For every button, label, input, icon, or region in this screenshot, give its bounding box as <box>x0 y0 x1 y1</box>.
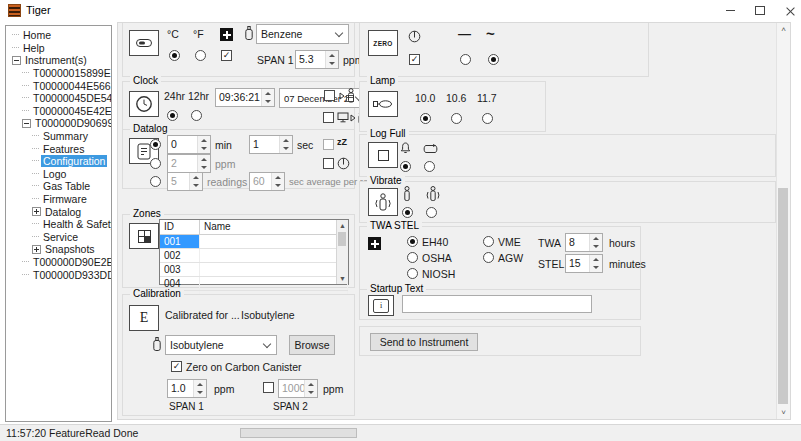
sleep-checkbox[interactable] <box>323 139 334 150</box>
spinner-arrows[interactable] <box>279 136 292 153</box>
zones-scrollbar[interactable]: ▲ ▼ <box>336 220 348 284</box>
tree-item-instrument-expanded[interactable]: T000000D90699 <box>6 117 111 130</box>
health-safety-checkbox[interactable] <box>221 50 232 61</box>
tree-item-health-safety[interactable]: Health & Safety <box>6 218 111 231</box>
tree-item-help[interactable]: Help <box>6 42 111 55</box>
twa-stel-group-label: TWA STEL <box>367 220 422 231</box>
send-to-instrument-button[interactable]: Send to Instrument <box>370 333 478 351</box>
hr24-radio[interactable] <box>167 110 178 121</box>
tree-item-instrument[interactable]: T00000044E566 <box>6 79 111 92</box>
tree-item-instrument[interactable]: T00000015899E <box>6 67 111 80</box>
cal-span1-spinner[interactable]: 1.0 <box>167 379 207 398</box>
zero-canister-checkbox[interactable] <box>171 361 182 372</box>
expand-icon[interactable] <box>32 245 41 254</box>
col-name[interactable]: Name <box>200 220 348 234</box>
ppm-mode-radio[interactable] <box>150 158 161 169</box>
tree-item-home[interactable]: Home <box>6 29 111 42</box>
tree-item-configuration[interactable]: Configuration <box>6 155 111 168</box>
readings-mode-radio[interactable] <box>150 176 161 187</box>
scroll-down-icon[interactable]: ˅ <box>777 406 790 419</box>
scroll-down-icon[interactable]: ▼ <box>337 273 348 284</box>
tree-item-datalog[interactable]: Datalog <box>6 205 111 218</box>
vme-radio[interactable] <box>483 236 494 247</box>
spinner-arrows[interactable] <box>304 380 317 397</box>
hr12-radio[interactable] <box>191 110 202 121</box>
maximize-button[interactable] <box>745 0 775 20</box>
lamp-10-6-radio[interactable] <box>451 113 462 124</box>
table-row[interactable]: 001 <box>160 235 348 249</box>
tree-item-features[interactable]: Features <box>6 142 111 155</box>
tree-item-instrument[interactable]: T00000045E42E <box>6 105 111 118</box>
span2-enable-checkbox[interactable] <box>263 382 274 393</box>
tree-item-snapshots[interactable]: Snapshots <box>6 243 111 256</box>
osha-radio[interactable] <box>407 252 418 263</box>
table-row[interactable]: 002 <box>160 249 348 263</box>
tree-item-instrument[interactable]: T00000045DE54 <box>6 92 111 105</box>
collapse-icon[interactable] <box>22 119 31 128</box>
interval-sec-spinner[interactable]: 1 <box>249 135 293 154</box>
table-row[interactable]: 003 <box>160 263 348 277</box>
spinner-arrows[interactable] <box>197 155 210 172</box>
vibrate-on-radio[interactable] <box>426 207 437 218</box>
scroll-thumb[interactable] <box>778 188 788 404</box>
ppm-spinner[interactable]: 2 <box>167 154 211 173</box>
tree-item-logo[interactable]: Logo <box>6 168 111 181</box>
fixed-zero-radio[interactable] <box>460 54 471 65</box>
close-button[interactable] <box>775 0 801 20</box>
scroll-up-icon[interactable]: ˄ <box>777 23 790 36</box>
tree-item-service[interactable]: Service <box>6 231 111 244</box>
logfull-alarm-radio[interactable] <box>400 161 411 172</box>
tree-item-firmware[interactable]: Firmware <box>6 193 111 206</box>
scroll-up-icon[interactable]: ▲ <box>337 220 348 231</box>
twa-spinner[interactable]: 8 <box>565 233 603 252</box>
logfull-recycle-radio[interactable] <box>424 161 435 172</box>
readings-spinner[interactable]: 5 <box>167 172 203 191</box>
cal-span2-spinner[interactable]: 1000 <box>278 379 318 398</box>
spinner-arrows[interactable] <box>589 255 602 272</box>
tree-item-instruments[interactable]: Instrument(s) <box>6 54 111 67</box>
interval-mode-radio[interactable] <box>150 139 161 150</box>
collapse-icon[interactable] <box>12 56 21 65</box>
spinner-arrows[interactable] <box>189 173 202 190</box>
tree-item-instrument[interactable]: T000000D933DD <box>6 268 111 281</box>
browse-button[interactable]: Browse <box>289 335 335 355</box>
floating-zero-radio[interactable] <box>488 54 499 65</box>
tree-item-gas-table[interactable]: Gas Table <box>6 180 111 193</box>
lamp-10-0-radio[interactable] <box>420 113 431 124</box>
vibrate-off-radio[interactable] <box>402 207 413 218</box>
time-spinner[interactable]: 09:36:21 <box>215 88 275 107</box>
niosh-radio[interactable] <box>407 268 418 279</box>
tree-item-instrument[interactable]: T000000D90E2E <box>6 256 111 269</box>
scroll-thumb[interactable] <box>338 232 346 246</box>
table-row[interactable]: 004 <box>160 277 348 291</box>
expand-icon[interactable] <box>32 207 41 216</box>
spinner-arrows[interactable] <box>589 234 602 251</box>
eh40-radio[interactable] <box>407 236 418 247</box>
minimize-button[interactable] <box>715 0 745 20</box>
fahrenheit-radio[interactable] <box>195 50 206 61</box>
spinner-arrows[interactable] <box>193 380 206 397</box>
startup-text-input[interactable] <box>402 295 592 313</box>
spinner-arrows[interactable] <box>261 89 274 106</box>
spinner-arrows[interactable] <box>325 51 338 68</box>
set-instrument-time-checkbox[interactable] <box>324 90 335 101</box>
avg-spinner[interactable]: 60 <box>249 172 285 191</box>
celsius-radio[interactable] <box>169 50 180 61</box>
tree-item-summary[interactable]: Summary <box>6 130 111 143</box>
zero-on-checkbox[interactable] <box>409 54 420 65</box>
stel-spinner[interactable]: 15 <box>565 254 603 273</box>
agw-radio[interactable] <box>483 252 494 263</box>
lamp-11-7-radio[interactable] <box>482 113 493 124</box>
spinner-arrows[interactable] <box>271 173 284 190</box>
sync-pc-time-checkbox[interactable] <box>323 112 334 123</box>
calibration-gas-select[interactable]: Isobutylene <box>165 335 277 355</box>
col-id[interactable]: ID <box>160 220 200 234</box>
titlebar: Tiger <box>0 0 801 20</box>
gas-select[interactable]: Benzene <box>256 24 349 44</box>
zones-group: Zones ID Name 001 002 003 004 005 ▲ ▼ <box>122 214 355 288</box>
power-save-checkbox[interactable] <box>323 158 334 169</box>
spinner-arrows[interactable] <box>197 136 210 153</box>
interval-min-spinner[interactable]: 0 <box>167 135 211 154</box>
span1-spinner[interactable]: 5.3 <box>295 50 339 69</box>
main-scrollbar[interactable]: ˄ ˅ <box>776 23 790 419</box>
